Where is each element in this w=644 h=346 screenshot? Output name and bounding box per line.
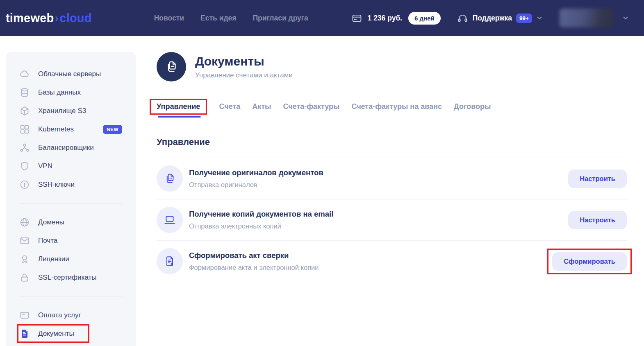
- tab-vat-invoices[interactable]: Счета-фактуры: [283, 102, 339, 111]
- cube-icon: [19, 106, 30, 116]
- user-chevron-down-icon[interactable]: [622, 14, 629, 22]
- sidebar-item-load-balancers[interactable]: Балансировщики: [6, 138, 136, 157]
- nav-idea-link[interactable]: Есть идея: [200, 14, 236, 23]
- row-icon-circle: [157, 248, 183, 274]
- grid-icon: [19, 124, 30, 135]
- support-count-badge[interactable]: 99+: [516, 14, 532, 23]
- logo-text-cloud: cloud: [59, 11, 91, 25]
- row-icon-circle: [157, 165, 183, 192]
- document-icon: [19, 328, 30, 339]
- tab-contracts[interactable]: Договоры: [454, 102, 491, 111]
- tab-advance-vat-invoices[interactable]: Счета-фактуры на аванс: [351, 102, 442, 111]
- sidebar-item-licenses[interactable]: Лицензии: [6, 250, 136, 268]
- annotation-red-frame: Сформировать: [547, 249, 632, 274]
- sidebar-item-documents[interactable]: Документы: [6, 324, 136, 343]
- row-text: Получение копий документов на email Отпр…: [189, 210, 333, 230]
- row-subtitle: Отправка электронных копий: [189, 222, 333, 230]
- generate-act-button[interactable]: Сформировать: [552, 252, 627, 271]
- sidebar-item-mail[interactable]: Почта: [6, 231, 136, 250]
- sidebar-item-s3-storage[interactable]: Хранилище S3: [6, 102, 136, 120]
- list-item-reconciliation-act: Сформировать акт сверки Формирование акт…: [157, 241, 627, 282]
- sidebar-item-vpn[interactable]: VPN: [6, 157, 136, 175]
- credit-card-icon: [351, 13, 362, 24]
- list-item-originals: Получение оригиналов документов Отправка…: [157, 158, 627, 199]
- laptop-icon: [164, 214, 176, 226]
- sidebar: Облачные серверы Базы данных Хранилище S…: [6, 52, 136, 346]
- load-balancer-icon: [19, 142, 30, 153]
- page-icon-circle: [157, 52, 186, 81]
- row-title: Сформировать акт сверки: [189, 251, 319, 260]
- award-icon: [19, 254, 30, 265]
- row-subtitle: Формирование акта и электронной копии: [189, 264, 319, 271]
- page-header-text: Документы Управление счетами и актами: [195, 54, 293, 79]
- top-nav: Новости Есть идея Пригласи друга: [154, 14, 308, 23]
- topbar-right-group: 1 236 руб. 6 дней Поддержка 99+: [351, 9, 629, 27]
- row-title: Получение оригиналов документов: [189, 168, 323, 177]
- tab-acts[interactable]: Акты: [252, 102, 271, 111]
- key-icon: [19, 179, 30, 190]
- row-subtitle: Отправка оригиналов: [189, 181, 323, 189]
- headphones-icon: [457, 13, 468, 24]
- sidebar-item-kubernetes[interactable]: Kubernetes NEW: [6, 120, 136, 138]
- timeweb-cloud-logo[interactable]: timeweb›cloud: [6, 11, 92, 25]
- lock-icon: [19, 272, 30, 283]
- row-text: Сформировать акт сверки Формирование акт…: [189, 251, 319, 271]
- days-left-badge[interactable]: 6 дней: [408, 12, 441, 25]
- support-link[interactable]: Поддержка: [473, 14, 512, 23]
- mail-icon: [19, 235, 30, 246]
- sidebar-item-databases[interactable]: Базы данных: [6, 83, 136, 102]
- nav-news-link[interactable]: Новости: [154, 14, 184, 23]
- sidebar-item-domains[interactable]: Домены: [6, 213, 136, 231]
- page-header: Документы Управление счетами и актами: [157, 52, 627, 81]
- section-title: Управление: [157, 137, 627, 147]
- chevron-down-icon[interactable]: [536, 14, 543, 22]
- sidebar-divider: [20, 296, 122, 296]
- app-window: timeweb›cloud Новости Есть идея Пригласи…: [0, 0, 644, 346]
- main-content: Документы Управление счетами и актами Уп…: [157, 52, 627, 282]
- sidebar-divider: [20, 203, 122, 204]
- user-name-redacted: [560, 9, 614, 27]
- configure-email-copies-button[interactable]: Настроить: [568, 211, 627, 229]
- credit-card-icon: [19, 310, 30, 321]
- logo-text-timeweb: timeweb: [6, 11, 54, 25]
- document-upload-icon: [164, 255, 176, 267]
- nav-invite-link[interactable]: Пригласи друга: [253, 14, 308, 23]
- shield-icon: [19, 161, 30, 172]
- balance-amount[interactable]: 1 236 руб.: [368, 14, 403, 23]
- cloud-icon: [19, 69, 30, 79]
- documents-copy-icon: [164, 60, 178, 74]
- sidebar-item-ssl-certificates[interactable]: SSL-сертификаты: [6, 268, 136, 287]
- sidebar-item-payments[interactable]: Оплата услуг: [6, 306, 136, 324]
- list-item-email-copies: Получение копий документов на email Отпр…: [157, 199, 627, 241]
- page-title: Документы: [195, 54, 293, 68]
- globe-icon: [19, 217, 30, 228]
- row-title: Получение копий документов на email: [189, 210, 333, 219]
- row-icon-circle: [157, 207, 183, 233]
- tab-invoices[interactable]: Счета: [219, 102, 240, 111]
- tab-management[interactable]: Управление: [150, 99, 207, 115]
- database-icon: [19, 87, 30, 98]
- top-navbar: timeweb›cloud Новости Есть идея Пригласи…: [0, 0, 644, 36]
- row-text: Получение оригиналов документов Отправка…: [189, 168, 323, 189]
- page-subtitle: Управление счетами и актами: [195, 71, 293, 79]
- settings-list: Получение оригиналов документов Отправка…: [157, 158, 627, 282]
- configure-originals-button[interactable]: Настроить: [568, 170, 627, 188]
- user-account-blurred[interactable]: [560, 9, 614, 27]
- tab-bar: Управление Счета Акты Счета-фактуры Счет…: [150, 97, 627, 117]
- sidebar-item-cloud-servers[interactable]: Облачные серверы: [6, 65, 136, 83]
- logo-arrow: ›: [55, 11, 59, 25]
- active-tab-underline: [158, 116, 201, 118]
- sidebar-item-ssh-keys[interactable]: SSH-ключи: [6, 175, 136, 194]
- documents-copy-icon: [164, 172, 176, 185]
- new-badge: NEW: [103, 125, 122, 134]
